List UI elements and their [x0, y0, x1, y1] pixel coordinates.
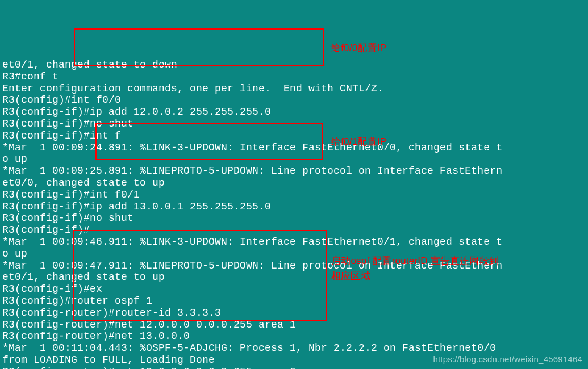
terminal-line: R3#conf t [2, 71, 59, 82]
terminal-line: R3(config-router)#net 13.0.0.0 0.0.0.255… [2, 366, 296, 369]
terminal-line: R3(config)#router ospf 1 [2, 295, 152, 307]
terminal-line: R3(config-if)#ip add 13.0.0.1 255.255.25… [2, 201, 271, 212]
terminal-line: *Mar 1 00:09:25.891: %LINEPROTO-5-UPDOWN… [2, 165, 502, 177]
terminal-line: R3(config-if)#ip add 12.0.0.2 255.255.25… [2, 106, 271, 118]
terminal-line: *Mar 1 00:09:46.911: %LINK-3-UPDOWN: Int… [2, 236, 502, 248]
terminal-line: R3(config-if)# [2, 224, 90, 236]
terminal-line: R3(config-router)#net 13.0.0.0 [2, 330, 190, 342]
annotation-label-f01: 给f0/1配置IP [331, 136, 386, 148]
annotation-label-ospf-line2: 相应区域 [331, 271, 370, 283]
terminal-line: Enter configuration commands, one per li… [2, 83, 383, 94]
terminal-line: R3(config-if)#int f0/1 [2, 189, 140, 200]
terminal-line: R3(config-if)#ex [2, 283, 102, 295]
terminal-line: o up [2, 153, 27, 165]
annotation-label-f00: 给f0/0配置IP [331, 43, 386, 54]
terminal-line: o up [2, 248, 27, 259]
terminal-line: R3(config-router)#router-id 3.3.3.3 [2, 307, 221, 318]
watermark: https://blog.csdn.net/weixin_45691464 [433, 354, 582, 366]
terminal-line: et0/0, changed state to up [2, 177, 165, 188]
terminal-line: R3(config-if)#no shut [2, 212, 134, 224]
terminal-line: R3(config-router)#net 12.0.0.0 0.0.0.255… [2, 319, 296, 330]
terminal-line: from LOADING to FULL, Loading Done [2, 354, 215, 366]
terminal-line: et0/1, changed state to down [2, 59, 177, 70]
terminal-line: *Mar 1 00:09:24.891: %LINK-3-UPDOWN: Int… [2, 142, 502, 153]
terminal-line: R3(config-if)#int f [2, 130, 121, 141]
terminal-line: et0/1, changed state to up [2, 271, 165, 283]
annotation-label-ospf-line1: 启动ospf 配置routerID 宣告直连网段到 [331, 255, 499, 267]
terminal-output: et0/1, changed state to down R3#conf t E… [0, 47, 588, 369]
terminal-line: *Mar 1 00:11:04.443: %OSPF-5-ADJCHG: Pro… [2, 342, 496, 354]
terminal-line: R3(config-if)#no shut [2, 118, 134, 129]
terminal-line: R3(config)#int f0/0 [2, 94, 121, 106]
